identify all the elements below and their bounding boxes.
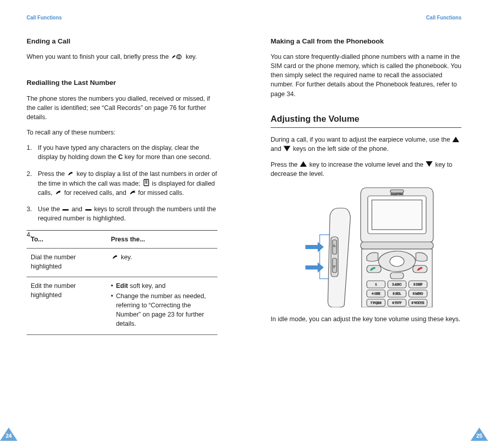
running-head-left: Call Functions — [27, 14, 217, 22]
table-col-press: Press the... — [107, 231, 217, 249]
para-ending-call: When you want to finish your call, brief… — [27, 52, 217, 61]
heading-volume: Adjusting the Volume — [271, 113, 461, 126]
para-redial-1: The phone stores the numbers you dialled… — [27, 94, 217, 122]
received-call-icon — [54, 189, 62, 195]
send-key-icon — [111, 254, 119, 260]
left-page: Call Functions Ending a Call When you wa… — [0, 0, 244, 448]
heading-ending-call: Ending a Call — [27, 36, 217, 47]
redial-step-3: Use the and keys to scroll through the n… — [27, 205, 217, 223]
svg-rect-9 — [85, 209, 92, 211]
svg-rect-21 — [367, 265, 381, 273]
svg-text:4 GHI: 4 GHI — [372, 292, 380, 295]
para-redial-2: To recall any of these numbers: — [27, 128, 217, 137]
svg-rect-18 — [361, 242, 433, 249]
svg-rect-8 — [62, 209, 68, 211]
redial-steps: If you have typed any characters on the … — [27, 143, 217, 223]
page-number-right: 25 — [471, 428, 488, 441]
volume-down-icon — [283, 145, 291, 151]
svg-text:2 ABC: 2 ABC — [392, 282, 402, 286]
para-phonebook: You can store frequently-dialled phone n… — [271, 52, 461, 99]
heading-phonebook: Making a Call from the Phonebook — [271, 36, 461, 47]
svg-text:3 DEF: 3 DEF — [413, 282, 423, 286]
svg-text:5 JKL: 5 JKL — [393, 292, 401, 295]
svg-text:1: 1 — [375, 282, 376, 286]
svg-text:9 WXYZ: 9 WXYZ — [412, 301, 424, 304]
para-volume-1: During a call, if you want to adjust the… — [271, 135, 461, 153]
heading-redial: Redialling the Last Number — [27, 78, 217, 88]
redial-step-2: Press the key to display a list of the l… — [27, 169, 217, 197]
right-page: Call Functions Making a Call from the Ph… — [244, 0, 488, 448]
svg-point-20 — [390, 256, 404, 266]
scroll-right-icon — [84, 206, 92, 212]
volume-down-icon — [425, 161, 433, 167]
table-row: Dial the number highlighted key. — [27, 249, 217, 277]
svg-rect-15 — [372, 200, 422, 230]
phone-illustration: SAMSUNG — [290, 185, 438, 307]
page-number-left: 24 — [0, 428, 17, 441]
send-key-icon — [66, 170, 75, 176]
svg-text:8 TUV: 8 TUV — [392, 301, 402, 304]
svg-text:7 PQRS: 7 PQRS — [370, 301, 382, 304]
missed-call-icon — [128, 189, 137, 195]
running-head-right: Call Functions — [271, 14, 461, 22]
volume-up-icon — [299, 161, 307, 167]
svg-text:6 MNO: 6 MNO — [413, 292, 423, 295]
svg-text:SAMSUNG: SAMSUNG — [391, 193, 404, 195]
redial-action-table: To... Press the... Dial the number highl… — [27, 230, 217, 335]
redial-step-1: If you have typed any characters on the … — [27, 143, 217, 162]
table-col-to: To... — [27, 231, 107, 249]
svg-rect-2 — [144, 179, 148, 186]
scroll-left-icon — [62, 206, 70, 212]
dialled-call-icon — [142, 178, 150, 185]
svg-rect-23 — [390, 273, 404, 279]
heading-rule — [271, 127, 461, 128]
end-call-icon — [170, 53, 184, 59]
table-row: Edit the number highlighted Edit soft ke… — [27, 277, 217, 335]
para-volume-2: Press the key to increase the volume lev… — [271, 160, 461, 178]
para-volume-3: In idle mode, you can adjust the key ton… — [271, 315, 461, 324]
volume-up-icon — [452, 136, 460, 142]
